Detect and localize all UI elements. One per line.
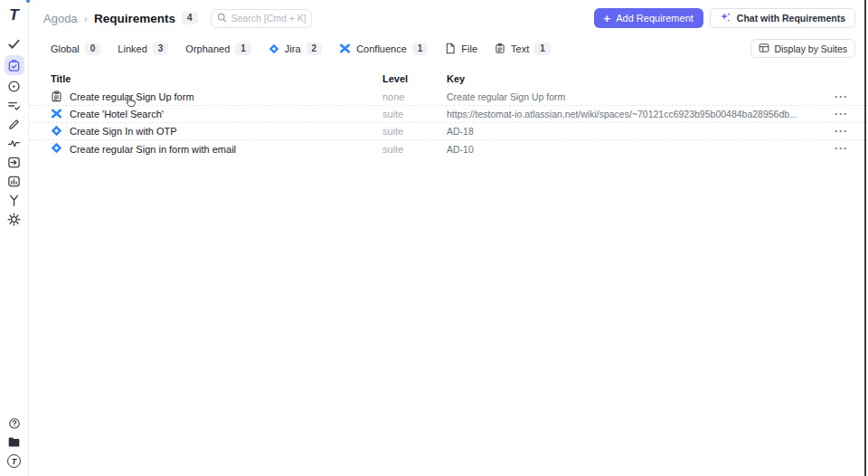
search-input[interactable] [231, 13, 306, 24]
filter-confluence[interactable]: Confluence 1 [339, 43, 428, 55]
chat-with-requirements-button[interactable]: Chat with Requirements [710, 8, 855, 28]
file-icon [445, 43, 456, 54]
filter-confluence-count: 1 [412, 43, 429, 55]
table-layout-icon [759, 43, 769, 55]
filter-global-count: 0 [85, 43, 101, 55]
topbar-actions: + Add Requirement Chat with Requirements [594, 8, 855, 28]
sidebar-item-pulse[interactable] [5, 134, 24, 153]
filter-orphaned[interactable]: Orphaned 1 [185, 43, 251, 55]
sidebar-item-analytics[interactable] [5, 172, 24, 191]
row-menu-button[interactable]: ··· [817, 112, 848, 117]
filter-jira[interactable]: Jira 2 [269, 43, 322, 55]
sidebar-item-runs[interactable] [5, 77, 24, 96]
check-icon [7, 37, 21, 51]
table-row[interactable]: Create 'Hotel Search' suite https://test… [29, 106, 868, 123]
sidebar-item-tests[interactable] [5, 34, 24, 53]
requirement-title[interactable]: Create 'Hotel Search' [70, 109, 164, 119]
filter-text-count: 1 [534, 43, 551, 55]
table-row[interactable]: Create regular Sign in form with email s… [29, 140, 868, 157]
column-header-level: Level [382, 73, 447, 84]
sidebar-item-help[interactable] [5, 414, 24, 433]
filter-jira-label: Jira [285, 43, 301, 54]
window-edge [864, 0, 866, 476]
jira-icon [51, 142, 62, 156]
display-by-suites-button[interactable]: Display by Suites [750, 39, 855, 58]
display-by-suites-label: Display by Suites [774, 43, 847, 54]
jira-icon [269, 43, 279, 54]
folder-icon [7, 435, 21, 449]
requirements-table: Title Level Key Create regular Sign Up f… [29, 69, 868, 157]
filter-file-label: File [461, 43, 477, 54]
main-content: Agoda › Requirements 4 + Add Requirement… [29, 0, 868, 476]
requirement-level: suite [382, 109, 447, 119]
filter-linked-label: Linked [118, 43, 146, 54]
confluence-icon [339, 43, 351, 53]
add-requirement-button[interactable]: + Add Requirement [594, 8, 703, 28]
row-menu-button[interactable]: ··· [817, 147, 848, 151]
filter-jira-count: 2 [307, 43, 323, 55]
requirement-title[interactable]: Create Sign In with OTP [70, 126, 177, 137]
requirements-count-badge: 4 [182, 12, 198, 24]
text-clipboard-icon [495, 43, 505, 54]
requirement-title[interactable]: Create regular Sign Up form [70, 91, 194, 102]
sidebar-bottom: T [5, 414, 24, 471]
avatar-logo: T [7, 454, 21, 468]
add-requirement-label: Add Requirement [616, 13, 693, 24]
requirement-key: AD-10 [447, 144, 817, 155]
table-row[interactable]: Create Sign In with OTP suite AD-18 ··· [29, 123, 868, 140]
requirement-key: AD-18 [447, 126, 817, 137]
row-menu-button[interactable]: ··· [817, 95, 848, 100]
search-box[interactable] [211, 9, 312, 28]
filter-file[interactable]: File [445, 43, 477, 54]
filter-linked-count: 3 [153, 43, 169, 55]
list-check-icon [7, 99, 21, 112]
app-logo[interactable]: T [5, 5, 24, 25]
gear-icon [7, 213, 21, 226]
filter-global-label: Global [51, 43, 80, 54]
help-circle-icon [8, 417, 21, 430]
sidebar-item-editor[interactable] [5, 115, 24, 134]
filter-bar: Global 0 Linked 3 Orphaned 1 Jira 2 Conf… [29, 29, 868, 62]
breadcrumb-separator: › [84, 12, 88, 25]
search-icon [217, 13, 227, 24]
pen-icon [7, 118, 21, 131]
sidebar-item-import[interactable] [5, 153, 24, 172]
plus-icon: + [604, 13, 611, 24]
sidebar-item-account[interactable]: T [5, 452, 24, 471]
activity-icon [7, 137, 21, 150]
sidebar-item-requirements[interactable] [5, 55, 24, 75]
confluence-icon [51, 109, 62, 120]
bar-chart-box-icon [7, 175, 21, 188]
page-title: Requirements [94, 12, 175, 25]
sidebar-item-plans[interactable] [5, 96, 24, 115]
table-header-row: Title Level Key [29, 69, 868, 89]
column-header-key: Key [447, 73, 817, 84]
requirement-title[interactable]: Create regular Sign in form with email [70, 144, 236, 155]
column-header-title: Title [51, 73, 382, 84]
sidebar-item-branches[interactable] [5, 191, 24, 210]
sidebar-item-settings[interactable] [5, 210, 24, 229]
requirement-key: https://testomat-io.atlassian.net/wiki/s… [447, 109, 817, 119]
sparkles-icon [720, 12, 731, 25]
sidebar: T [0, 0, 29, 476]
requirement-level: suite [382, 144, 447, 155]
breadcrumb-project[interactable]: Agoda [43, 12, 78, 25]
top-bar: Agoda › Requirements 4 + Add Requirement… [29, 0, 868, 29]
filter-text-label: Text [511, 43, 529, 54]
jira-icon [51, 125, 62, 138]
filter-global[interactable]: Global 0 [51, 43, 100, 55]
requirement-level: suite [382, 126, 447, 137]
play-circle-icon [7, 80, 21, 93]
breadcrumb: Agoda › Requirements 4 [43, 12, 198, 25]
row-menu-button[interactable]: ··· [817, 129, 848, 134]
sidebar-item-projects[interactable] [5, 433, 24, 452]
requirement-level: none [382, 91, 447, 102]
filter-text[interactable]: Text 1 [495, 43, 551, 55]
import-box-icon [7, 156, 21, 169]
text-clipboard-icon [51, 90, 62, 104]
branch-icon [7, 194, 21, 207]
chat-with-requirements-label: Chat with Requirements [737, 13, 845, 24]
clipboard-check-icon [7, 59, 21, 72]
table-row[interactable]: Create regular Sign Up form none Create … [29, 89, 868, 106]
filter-linked[interactable]: Linked 3 [118, 43, 168, 55]
